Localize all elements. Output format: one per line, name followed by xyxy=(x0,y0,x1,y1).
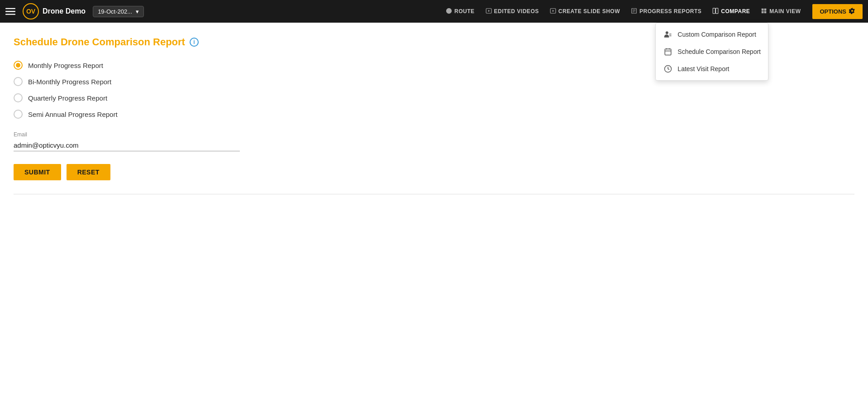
main-view-icon xyxy=(761,8,767,15)
submit-button[interactable]: SUBMIT xyxy=(14,164,61,180)
radio-monthly-label: Monthly Progress Report xyxy=(28,62,103,69)
nav-compare[interactable]: COMPARE xyxy=(708,5,754,18)
svg-rect-20 xyxy=(665,49,672,55)
compare-icon xyxy=(712,8,719,15)
radio-quarterly-label: Quarterly Progress Report xyxy=(28,94,107,102)
content-divider xyxy=(14,194,854,194)
edited-videos-icon xyxy=(486,8,492,15)
svg-rect-11 xyxy=(713,8,715,14)
svg-rect-2 xyxy=(5,14,15,15)
dropdown-custom-comparison-report[interactable]: Custom Comparison Report xyxy=(656,26,768,43)
nav-create-slide-show-label: CREATE SLIDE SHOW xyxy=(558,8,620,14)
date-value: 19-Oct-202... xyxy=(98,8,132,15)
nav-compare-label: COMPARE xyxy=(721,8,750,14)
svg-rect-15 xyxy=(762,11,764,13)
route-icon xyxy=(446,8,452,15)
radio-semi-annual-label: Semi Annual Progress Report xyxy=(28,111,118,118)
svg-rect-16 xyxy=(764,11,767,13)
email-label: Email xyxy=(14,131,240,138)
svg-point-17 xyxy=(666,31,668,34)
dropdown-latest-visit-report[interactable]: Latest Visit Report xyxy=(656,60,768,77)
nav-progress-reports[interactable]: PROGRESS REPORTS xyxy=(626,5,706,18)
date-selector[interactable]: 19-Oct-202... ▾ xyxy=(93,6,144,17)
nav-progress-reports-label: PROGRESS REPORTS xyxy=(639,8,701,14)
svg-rect-12 xyxy=(716,8,718,14)
logo: OV Drone Demo xyxy=(23,3,86,19)
latest-visit-report-label: Latest Visit Report xyxy=(677,65,729,72)
nav-create-slide-show[interactable]: CREATE SLIDE SHOW xyxy=(545,5,625,18)
radio-bi-monthly-label: Bi-Monthly Progress Report xyxy=(28,78,111,86)
nav-route[interactable]: ROUTE xyxy=(441,5,479,18)
options-button[interactable]: OPTIONS xyxy=(812,4,863,19)
options-label: OPTIONS xyxy=(820,8,846,15)
radio-semi-annual-input[interactable] xyxy=(14,110,23,119)
radio-bi-monthly-input[interactable] xyxy=(14,77,23,86)
svg-marker-4 xyxy=(488,10,490,12)
info-icon[interactable]: i xyxy=(190,38,199,47)
latest-visit-report-icon xyxy=(663,65,673,73)
hamburger-menu[interactable] xyxy=(5,6,15,16)
nav-main-view[interactable]: MAIN VIEW xyxy=(756,5,805,18)
svg-rect-0 xyxy=(5,8,15,9)
svg-rect-13 xyxy=(762,8,764,10)
svg-rect-1 xyxy=(5,11,15,12)
navbar: OV Drone Demo 19-Oct-202... ▾ ROUTE EDIT… xyxy=(0,0,868,23)
email-section: Email xyxy=(14,131,240,151)
nav-main-view-label: MAIN VIEW xyxy=(769,8,801,14)
email-input[interactable] xyxy=(14,140,240,151)
nav-edited-videos[interactable]: EDITED VIDEOS xyxy=(481,5,544,18)
logo-icon: OV xyxy=(23,3,39,19)
reset-button[interactable]: RESET xyxy=(67,164,110,180)
schedule-comparison-report-label: Schedule Comparison Report xyxy=(677,48,761,55)
schedule-comparison-report-icon xyxy=(663,48,673,56)
create-slide-show-icon xyxy=(550,8,556,15)
nav-route-label: ROUTE xyxy=(454,8,475,14)
svg-marker-6 xyxy=(553,10,554,12)
progress-reports-icon xyxy=(631,8,637,15)
action-buttons: SUBMIT RESET xyxy=(14,164,854,180)
svg-rect-14 xyxy=(764,8,767,10)
radio-quarterly-input[interactable] xyxy=(14,93,23,102)
radio-semi-annual[interactable]: Semi Annual Progress Report xyxy=(14,110,854,119)
custom-comparison-report-label: Custom Comparison Report xyxy=(677,31,756,38)
radio-quarterly[interactable]: Quarterly Progress Report xyxy=(14,93,854,102)
chevron-down-icon: ▾ xyxy=(136,8,139,15)
nav-edited-videos-label: EDITED VIDEOS xyxy=(494,8,539,14)
radio-monthly-input[interactable] xyxy=(14,61,23,70)
app-name: Drone Demo xyxy=(43,7,86,15)
options-gear-icon xyxy=(849,8,855,15)
compare-dropdown-menu: Custom Comparison Report Schedule Compar… xyxy=(655,23,768,81)
custom-comparison-report-icon xyxy=(663,30,673,39)
dropdown-schedule-comparison-report[interactable]: Schedule Comparison Report xyxy=(656,43,768,60)
nav-bar: ROUTE EDITED VIDEOS CREATE SLIDE SHOW PR… xyxy=(441,5,805,18)
